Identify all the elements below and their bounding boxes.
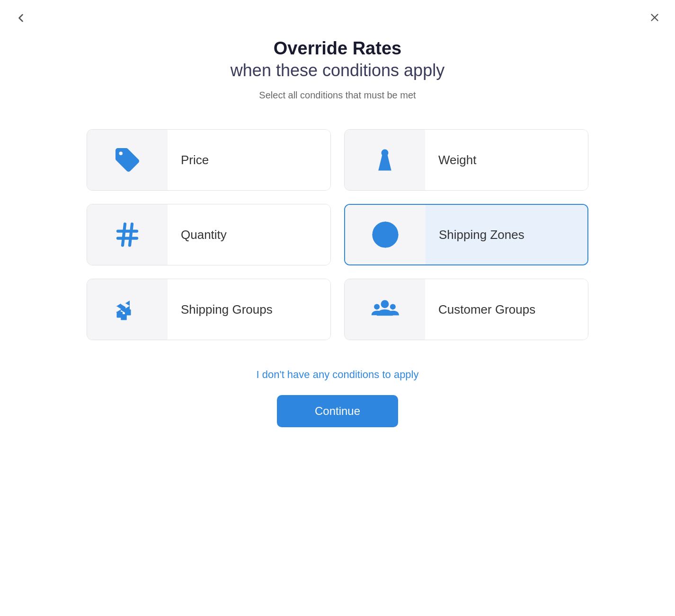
conditions-grid: Price Weight Quantity Shipping Zones Shi… bbox=[87, 129, 588, 340]
close-button[interactable] bbox=[648, 11, 661, 24]
svg-line-4 bbox=[123, 224, 125, 246]
svg-line-5 bbox=[130, 224, 132, 246]
card-label-shipping-zones: Shipping Zones bbox=[439, 228, 524, 242]
card-label-price: Price bbox=[181, 153, 209, 167]
page-subtitle: when these conditions apply bbox=[231, 60, 444, 82]
svg-point-11 bbox=[381, 300, 389, 308]
page-title: Override Rates bbox=[231, 38, 444, 60]
people-icon bbox=[345, 279, 425, 340]
card-label-weight: Weight bbox=[438, 153, 476, 167]
svg-point-12 bbox=[374, 304, 380, 310]
svg-point-13 bbox=[390, 304, 396, 310]
page-header: Override Rates when these conditions app… bbox=[231, 38, 444, 101]
card-price[interactable]: Price bbox=[87, 129, 331, 191]
hash-icon bbox=[87, 204, 168, 265]
boxes-icon bbox=[87, 279, 168, 340]
weight-icon bbox=[345, 130, 425, 190]
no-conditions-button[interactable]: I don't have any conditions to apply bbox=[257, 369, 419, 381]
card-label-quantity: Quantity bbox=[181, 228, 227, 242]
card-customer-groups[interactable]: Customer Groups bbox=[344, 279, 588, 340]
card-shipping-zones[interactable]: Shipping Zones bbox=[344, 204, 588, 265]
footer: I don't have any conditions to apply Con… bbox=[257, 369, 419, 427]
card-shipping-groups[interactable]: Shipping Groups bbox=[87, 279, 331, 340]
svg-rect-10 bbox=[121, 314, 127, 320]
card-label-customer-groups: Customer Groups bbox=[438, 302, 535, 317]
card-quantity[interactable]: Quantity bbox=[87, 204, 331, 265]
page-description: Select all conditions that must be met bbox=[231, 90, 444, 101]
globe-icon bbox=[345, 205, 426, 264]
card-label-shipping-groups: Shipping Groups bbox=[181, 302, 273, 317]
price-tag-icon bbox=[87, 130, 168, 190]
card-weight[interactable]: Weight bbox=[344, 129, 588, 191]
back-button[interactable] bbox=[14, 11, 27, 25]
continue-button[interactable]: Continue bbox=[277, 395, 398, 427]
